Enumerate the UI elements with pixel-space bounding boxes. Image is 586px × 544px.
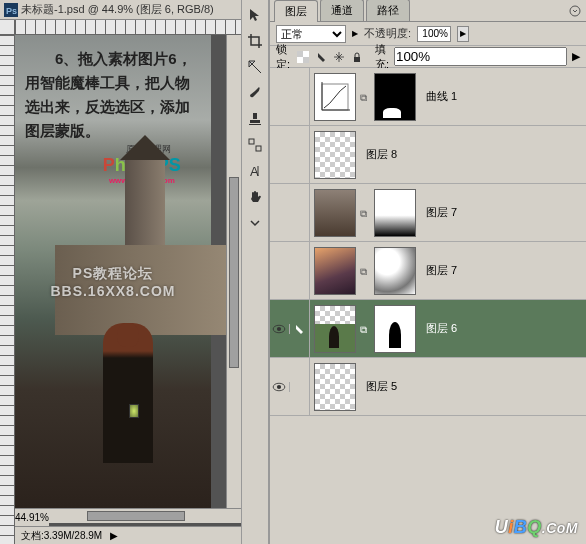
tab-channels[interactable]: 通道	[320, 0, 364, 21]
link-column[interactable]	[290, 300, 310, 357]
panel-menu-icon[interactable]	[568, 4, 582, 20]
mask-thumb[interactable]	[374, 247, 416, 295]
eye-icon	[272, 324, 286, 334]
layer-name[interactable]: 图层 8	[360, 147, 401, 162]
mask-thumb[interactable]	[374, 73, 416, 121]
lock-fill-row: 锁定: 填充: ▶	[270, 46, 586, 68]
artwork-watermark: PS教程论坛 BBS.16XX8.COM	[50, 265, 175, 299]
link-column[interactable]	[290, 184, 310, 241]
ruler-vertical[interactable]	[0, 35, 15, 544]
active-layer-icon	[293, 323, 305, 335]
layer-thumbs: ⧉	[310, 69, 420, 125]
link-column[interactable]	[290, 68, 310, 125]
svg-rect-4	[249, 124, 261, 125]
layer-name[interactable]: 图层 7	[420, 263, 461, 278]
layer-thumb[interactable]	[314, 189, 356, 237]
visibility-toggle[interactable]	[270, 382, 290, 392]
lock-label: 锁定:	[276, 42, 290, 72]
canvas-view[interactable]: 6、拖入素材图片6，用智能魔棒工具，把人物选出来，反选选区，添加图层蒙版。 原片…	[15, 35, 226, 508]
document-title: 未标题-1.psd @ 44.9% (图层 6, RGB/8)	[21, 2, 214, 17]
lock-icons-group	[295, 49, 365, 65]
layers-list[interactable]: ⧉ 曲线 1 图层 8 ⧉	[270, 68, 586, 544]
layers-panel: 图层 通道 路径 正常 ▶ 不透明度: ▶ 锁定: 填充: ▶	[269, 0, 586, 544]
stamp-tool-icon[interactable]	[242, 107, 268, 131]
layer-thumb[interactable]	[314, 363, 356, 411]
link-column[interactable]	[290, 242, 310, 299]
mask-link-icon[interactable]: ⧉	[360, 324, 370, 334]
status-arrow-icon[interactable]: ▶	[110, 530, 118, 541]
scrollbar-vertical[interactable]	[226, 35, 241, 508]
artwork: 6、拖入素材图片6，用智能魔棒工具，把人物选出来，反选选区，添加图层蒙版。 原片…	[15, 35, 211, 508]
link-column[interactable]	[290, 126, 310, 183]
mask-link-icon[interactable]: ⧉	[360, 208, 370, 218]
app-root: Ps 未标题-1.psd @ 44.9% (图层 6, RGB/8) 6、拖入素…	[0, 0, 586, 544]
layer-thumb[interactable]	[314, 247, 356, 295]
svg-rect-11	[297, 51, 303, 57]
layer-name[interactable]: 图层 6	[420, 321, 461, 336]
canvas-column: 6、拖入素材图片6，用智能魔棒工具，把人物选出来，反选选区，添加图层蒙版。 原片…	[15, 35, 241, 544]
mask-thumb[interactable]	[374, 305, 416, 353]
document-tab[interactable]: Ps 未标题-1.psd @ 44.9% (图层 6, RGB/8)	[0, 0, 241, 20]
layer-row[interactable]: ⧉ 图层 6	[270, 300, 586, 358]
zoom-level[interactable]: 44.91%	[15, 508, 49, 526]
layer-row[interactable]: ⧉ 图层 7	[270, 184, 586, 242]
layer-row[interactable]: ⧉ 图层 7	[270, 242, 586, 300]
eye-icon	[272, 382, 286, 392]
tab-layers[interactable]: 图层	[274, 0, 318, 22]
ruler-origin[interactable]	[0, 20, 15, 35]
align-tool-icon[interactable]	[242, 133, 268, 157]
uibq-watermark: UiBQ.CoM	[495, 517, 578, 538]
link-column[interactable]	[290, 358, 310, 415]
brush-tool-icon[interactable]	[242, 81, 268, 105]
crop-tool-icon[interactable]	[242, 29, 268, 53]
opacity-arrow-icon[interactable]: ▶	[457, 26, 469, 42]
layer-row[interactable]: 图层 8	[270, 126, 586, 184]
ruler-horizontal[interactable]	[15, 20, 241, 35]
svg-rect-13	[354, 57, 360, 62]
visibility-toggle[interactable]	[270, 324, 290, 334]
scrollbar-horizontal[interactable]	[49, 508, 241, 523]
document-info[interactable]: 文档:3.39M/28.9M	[15, 529, 108, 543]
svg-text:Ps: Ps	[6, 6, 17, 16]
svg-point-16	[277, 326, 281, 330]
svg-rect-3	[250, 120, 260, 123]
collapse-icon[interactable]	[242, 211, 268, 235]
layer-row[interactable]: ⧉ 曲线 1	[270, 68, 586, 126]
blend-mode-select[interactable]: 正常	[276, 25, 346, 43]
artwork-figure	[103, 323, 153, 463]
document-status-bar: 文档:3.39M/28.9M ▶	[15, 526, 241, 544]
lock-transparent-icon[interactable]	[295, 49, 311, 65]
hand-tool-icon[interactable]	[242, 185, 268, 209]
svg-point-18	[277, 384, 281, 388]
adjustment-thumb[interactable]	[314, 73, 356, 121]
lock-all-icon[interactable]	[349, 49, 365, 65]
artwork-instruction-text: 6、拖入素材图片6，用智能魔棒工具，把人物选出来，反选选区，添加图层蒙版。	[25, 47, 201, 143]
fill-input[interactable]	[394, 47, 567, 66]
fill-arrow-icon[interactable]: ▶	[572, 50, 580, 63]
mini-toolbar: A	[241, 0, 269, 544]
mask-thumb[interactable]	[374, 189, 416, 237]
slice-tool-icon[interactable]	[242, 55, 268, 79]
lock-pixels-icon[interactable]	[313, 49, 329, 65]
opacity-label: 不透明度:	[364, 26, 411, 41]
svg-point-9	[570, 6, 580, 16]
layer-name[interactable]: 图层 7	[420, 205, 461, 220]
type-tool-icon[interactable]: A	[242, 159, 268, 183]
ps-icon: Ps	[4, 3, 18, 17]
layer-name[interactable]: 图层 5	[360, 379, 401, 394]
lock-position-icon[interactable]	[331, 49, 347, 65]
opacity-input[interactable]	[417, 26, 451, 42]
svg-rect-6	[256, 146, 261, 151]
fill-label: 填充:	[375, 42, 389, 72]
mask-link-icon[interactable]: ⧉	[360, 92, 370, 102]
svg-rect-5	[249, 139, 254, 144]
layer-thumb[interactable]	[314, 305, 356, 353]
svg-rect-12	[303, 57, 309, 63]
layer-thumb[interactable]	[314, 131, 356, 179]
layer-row[interactable]: 图层 5	[270, 358, 586, 416]
tab-paths[interactable]: 路径	[366, 0, 410, 21]
layer-name[interactable]: 曲线 1	[420, 89, 461, 104]
blend-arrow-icon[interactable]: ▶	[352, 29, 358, 38]
mask-link-icon[interactable]: ⧉	[360, 266, 370, 276]
arrow-tool-icon[interactable]	[242, 3, 268, 27]
